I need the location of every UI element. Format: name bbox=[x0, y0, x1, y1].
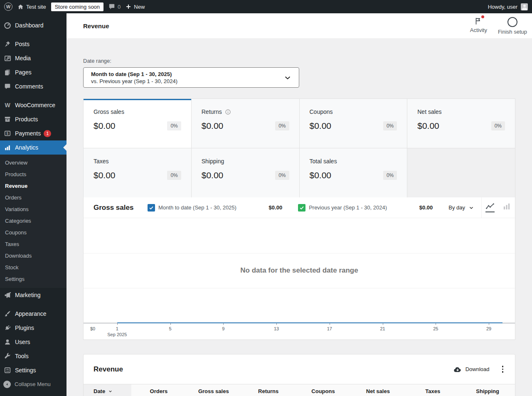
site-name-link[interactable]: Test site bbox=[17, 4, 46, 10]
column-header-orders[interactable]: Orders bbox=[131, 384, 186, 396]
megaphone-icon bbox=[3, 291, 12, 299]
submenu-item-overview[interactable]: Overview bbox=[0, 157, 66, 168]
bar-chart-icon bbox=[503, 203, 510, 212]
activity-unread-dot bbox=[481, 15, 484, 18]
tile-taxes[interactable]: Taxes $0.00 0% bbox=[84, 148, 191, 197]
sidebar-item-label: Payments bbox=[15, 130, 41, 137]
tile-label: Gross sales bbox=[94, 108, 124, 115]
submenu-item-coupons[interactable]: Coupons bbox=[0, 226, 66, 238]
user-avatar[interactable] bbox=[521, 3, 528, 10]
chart-plot-area: No data for the selected date range bbox=[84, 218, 515, 323]
sidebar-item-woocommerce[interactable]: W WooCommerce bbox=[0, 98, 66, 112]
chevron-down-icon bbox=[469, 205, 474, 210]
tile-gross-sales[interactable]: Gross sales $0.00 0% bbox=[84, 99, 191, 148]
column-header-gross-sales[interactable]: Gross sales bbox=[186, 384, 241, 396]
column-header-shipping[interactable]: Shipping bbox=[460, 384, 515, 396]
sidebar-item-dashboard[interactable]: Dashboard bbox=[0, 18, 66, 32]
sidebar-item-pages[interactable]: Pages bbox=[0, 65, 66, 79]
sidebar-item-plugins[interactable]: Plugins bbox=[0, 321, 66, 335]
payments-count-badge: 1 bbox=[44, 130, 51, 137]
tile-label: Total sales bbox=[310, 158, 337, 165]
submenu-item-products[interactable]: Products bbox=[0, 168, 66, 180]
sidebar-item-appearance[interactable]: Appearance bbox=[0, 307, 66, 321]
pages-icon bbox=[3, 68, 12, 76]
interval-select[interactable]: By day bbox=[448, 204, 474, 211]
kebab-menu-icon[interactable] bbox=[500, 364, 505, 374]
sidebar-item-products[interactable]: Products bbox=[0, 112, 66, 126]
submenu-item-variations[interactable]: Variations bbox=[0, 203, 66, 215]
tick-mark bbox=[383, 323, 383, 325]
svg-text:W: W bbox=[5, 102, 10, 108]
tile-coupons[interactable]: Coupons $0.00 0% bbox=[300, 99, 407, 148]
column-header-returns[interactable]: Returns bbox=[241, 384, 296, 396]
sidebar-item-comments[interactable]: Comments bbox=[0, 79, 66, 93]
secondary-series-checkbox[interactable] bbox=[298, 204, 305, 212]
submenu-item-taxes[interactable]: Taxes bbox=[0, 238, 66, 250]
download-button[interactable]: Download bbox=[453, 366, 490, 373]
table-column-headers: Date Orders Gross sales Returns Coupons … bbox=[84, 384, 515, 396]
tick-mark bbox=[330, 323, 330, 325]
submenu-item-revenue[interactable]: Revenue bbox=[0, 180, 66, 192]
tile-total-sales[interactable]: Total sales $0.00 0% bbox=[300, 148, 407, 197]
column-header-taxes[interactable]: Taxes bbox=[405, 384, 460, 396]
bar-chart-type-button[interactable] bbox=[498, 197, 515, 218]
wordpress-logo-icon[interactable]: W bbox=[4, 2, 12, 11]
summary-tiles: Gross sales $0.00 0% Returns $0.00 bbox=[84, 99, 515, 197]
tile-delta-badge: 0% bbox=[275, 121, 289, 130]
sidebar-item-label: Posts bbox=[15, 41, 30, 47]
info-icon bbox=[225, 109, 231, 115]
woocommerce-icon: W bbox=[3, 101, 12, 109]
column-label: Shipping bbox=[476, 388, 499, 394]
new-button[interactable]: New bbox=[126, 4, 145, 10]
comments-shortcut[interactable]: 0 bbox=[108, 4, 121, 10]
column-header-coupons[interactable]: Coupons bbox=[296, 384, 351, 396]
submenu-item-categories[interactable]: Categories bbox=[0, 215, 66, 226]
tile-returns[interactable]: Returns $0.00 0% bbox=[192, 99, 299, 148]
line-chart-type-button[interactable] bbox=[482, 197, 498, 218]
sidebar-item-analytics[interactable]: Analytics bbox=[0, 140, 66, 155]
sidebar-item-posts[interactable]: Posts bbox=[0, 37, 66, 51]
submenu-item-stock[interactable]: Stock bbox=[0, 261, 66, 273]
tick-mark bbox=[170, 323, 171, 325]
analytics-submenu: Overview Products Revenue Orders Variati… bbox=[0, 155, 66, 288]
dollar-box-icon: $ bbox=[3, 129, 12, 138]
tile-delta-badge: 0% bbox=[167, 121, 181, 130]
finish-setup-button[interactable]: Finish setup bbox=[498, 17, 527, 35]
plug-icon bbox=[3, 324, 12, 332]
x-tick-label: 9 bbox=[222, 326, 224, 331]
sidebar-item-label: Tools bbox=[15, 353, 29, 359]
sidebar-item-payments[interactable]: $ Payments 1 bbox=[0, 126, 66, 140]
chevron-down-icon bbox=[284, 74, 291, 81]
submenu-item-orders[interactable]: Orders bbox=[0, 192, 66, 203]
tile-label: Taxes bbox=[94, 158, 109, 165]
submenu-item-downloads[interactable]: Downloads bbox=[0, 250, 66, 261]
primary-series-total: $0.00 bbox=[269, 204, 283, 211]
sidebar-item-media[interactable]: Media bbox=[0, 51, 66, 65]
date-range-select[interactable]: Month to date (Sep 1 - 30, 2025) vs. Pre… bbox=[83, 67, 299, 88]
column-header-date[interactable]: Date bbox=[84, 384, 131, 396]
primary-series-checkbox[interactable] bbox=[148, 204, 155, 212]
submenu-item-settings[interactable]: Settings bbox=[0, 273, 66, 285]
sidebar-item-label: WooCommerce bbox=[15, 102, 55, 108]
column-label: Date bbox=[94, 388, 105, 394]
tile-net-sales[interactable]: Net sales $0.00 0% bbox=[407, 99, 515, 148]
sidebar-item-label: Media bbox=[15, 55, 31, 61]
sidebar-item-settings[interactable]: Settings bbox=[0, 363, 66, 377]
sidebar-item-tools[interactable]: Tools bbox=[0, 349, 66, 363]
sidebar-item-marketing[interactable]: Marketing bbox=[0, 288, 66, 302]
activity-label: Activity bbox=[470, 27, 487, 33]
collapse-menu-button[interactable]: Collapse Menu bbox=[0, 377, 66, 391]
howdy-text[interactable]: Howdy, user bbox=[488, 4, 517, 10]
tile-value: $0.00 bbox=[94, 121, 116, 131]
sidebar-item-users[interactable]: Users bbox=[0, 335, 66, 349]
tile-shipping[interactable]: Shipping $0.00 0% bbox=[192, 148, 299, 197]
column-header-net-sales[interactable]: Net sales bbox=[350, 384, 405, 396]
tile-delta-badge: 0% bbox=[383, 121, 397, 130]
sidebar-item-label: Products bbox=[15, 116, 38, 123]
finish-setup-label: Finish setup bbox=[498, 29, 527, 35]
sidebar-item-label: Analytics bbox=[15, 144, 38, 151]
finish-setup-progress-icon bbox=[507, 17, 518, 27]
activity-button[interactable]: Activity bbox=[470, 17, 487, 35]
home-icon bbox=[17, 4, 24, 10]
sidebar-item-label: Dashboard bbox=[15, 22, 44, 29]
